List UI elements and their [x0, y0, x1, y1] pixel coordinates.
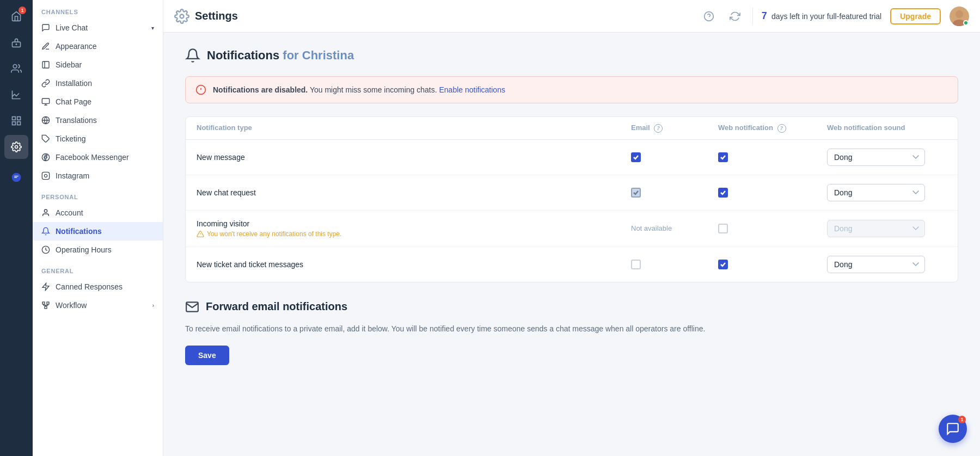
- sound-select[interactable]: Dong Ding None: [827, 256, 925, 273]
- online-status-dot: [963, 20, 969, 26]
- svg-rect-21: [45, 306, 47, 309]
- forward-section-title: Forward email notifications: [206, 300, 347, 313]
- sound-select[interactable]: Dong Ding None: [827, 184, 925, 201]
- alert-circle-icon: [195, 84, 206, 95]
- chat-bubble-badge: 1: [958, 416, 966, 423]
- sound-select[interactable]: Dong Ding None: [827, 149, 925, 166]
- sound-select-disabled[interactable]: Dong: [827, 220, 925, 237]
- sidebar-item-label: Operating Hours: [56, 245, 112, 254]
- sidebar-item-ticketing[interactable]: Ticketing: [33, 130, 163, 148]
- sidebar-item-appearance[interactable]: Appearance: [33, 37, 163, 56]
- home-badge: 1: [19, 7, 26, 14]
- top-header: Settings 7 days left in your full-featur…: [163, 0, 980, 33]
- sidebar-item-label: Facebook Messenger: [56, 153, 129, 162]
- email-checkbox-cell: [631, 188, 718, 198]
- col-sound-header: Web notification sound: [827, 124, 947, 133]
- chat-bubble-button[interactable]: 1: [939, 415, 967, 443]
- enable-notifications-link[interactable]: Enable notifications: [439, 85, 505, 94]
- sidebar-item-live-chat[interactable]: Live Chat ▾: [33, 19, 163, 37]
- chat-bubble-icon: [946, 422, 960, 436]
- sidebar-item-facebook[interactable]: Facebook Messenger: [33, 148, 163, 167]
- sidebar-item-operating-hours[interactable]: Operating Hours: [33, 241, 163, 259]
- page-title-bell-icon: [185, 48, 200, 63]
- nav-bot-btn[interactable]: [4, 30, 28, 54]
- not-available-label: Not available: [631, 224, 672, 232]
- sidebar-item-notifications[interactable]: Notifications: [33, 222, 163, 241]
- nav-home-btn[interactable]: 1: [4, 4, 28, 28]
- web-checkbox-cell: [718, 152, 827, 162]
- web-checkbox[interactable]: [718, 152, 728, 162]
- page-title-suffix: for Christina: [283, 48, 354, 62]
- svg-point-16: [44, 209, 47, 212]
- svg-point-26: [955, 10, 963, 18]
- email-info-icon[interactable]: ?: [654, 124, 663, 133]
- nav-contacts-btn[interactable]: [4, 57, 28, 81]
- sidebar-item-chat-page[interactable]: Chat Page: [33, 93, 163, 111]
- sidebar-item-account[interactable]: Account: [33, 204, 163, 222]
- sidebar-item-instagram[interactable]: Instagram: [33, 167, 163, 185]
- sound-select-cell: Dong Ding None: [827, 149, 947, 166]
- email-checkbox[interactable]: [631, 152, 641, 162]
- refresh-btn[interactable]: [726, 8, 744, 25]
- svg-rect-19: [42, 302, 45, 304]
- web-info-icon[interactable]: ?: [777, 124, 786, 133]
- svg-rect-10: [42, 98, 49, 103]
- svg-point-7: [15, 146, 18, 149]
- sidebar-item-translations[interactable]: Translations: [33, 111, 163, 130]
- sidebar-item-label: Account: [56, 208, 83, 217]
- svg-rect-5: [17, 122, 21, 125]
- table-row: New chat request Dong Ding No: [186, 175, 958, 211]
- sidebar-item-label: Notifications: [56, 227, 102, 236]
- sidebar-item-label: Sidebar: [56, 60, 82, 69]
- main-area: Settings 7 days left in your full-featur…: [163, 0, 980, 456]
- notifications-table: Notification type Email ? Web notificati…: [185, 116, 958, 282]
- personal-section-label: PERSONAL: [33, 185, 163, 204]
- nav-chatwoot-btn[interactable]: [4, 165, 28, 189]
- notif-warning: You won't receive any notifications of t…: [197, 230, 631, 238]
- chevron-icon: ▾: [151, 25, 154, 31]
- sidebar-item-workflow[interactable]: Workflow ›: [33, 296, 163, 315]
- save-button[interactable]: Save: [185, 346, 229, 365]
- help-btn[interactable]: [700, 8, 718, 25]
- email-checkbox-unchecked[interactable]: [631, 260, 641, 269]
- notif-type-label: New message: [197, 153, 631, 162]
- svg-rect-4: [17, 117, 21, 120]
- web-checkbox[interactable]: [718, 188, 728, 198]
- channels-section-label: CHANNELS: [33, 0, 163, 19]
- upgrade-button[interactable]: Upgrade: [890, 8, 941, 24]
- not-available-cell: Not available: [631, 224, 718, 232]
- email-checkbox-partial[interactable]: [631, 188, 641, 198]
- web-checkbox-cell: [718, 188, 827, 198]
- sidebar-item-label: Ticketing: [56, 134, 86, 143]
- email-checkbox-wrap: [631, 152, 641, 162]
- header-title: Settings: [195, 10, 238, 22]
- header-icons: 7 days left in your full-featured trial …: [700, 7, 969, 26]
- sidebar-item-canned-responses[interactable]: Canned Responses: [33, 278, 163, 296]
- forward-email-title-row: Forward email notifications: [185, 300, 958, 314]
- sidebar-item-label: Instagram: [56, 171, 89, 180]
- nav-reports-btn[interactable]: [4, 83, 28, 107]
- table-header: Notification type Email ? Web notificati…: [186, 117, 958, 140]
- general-section-label: GENERAL: [33, 259, 163, 278]
- sidebar-item-installation[interactable]: Installation: [33, 74, 163, 93]
- sidebar-item-label: Translations: [56, 116, 97, 125]
- nav-settings-btn[interactable]: [4, 135, 28, 159]
- page-title: Notifications for Christina: [207, 48, 354, 63]
- table-row: New message Dong: [186, 140, 958, 175]
- col-type-header: Notification type: [197, 124, 631, 133]
- sidebar-item-sidebar[interactable]: Sidebar: [33, 56, 163, 74]
- workflow-chevron-icon: ›: [152, 303, 154, 309]
- col-web-header: Web notification ?: [718, 124, 827, 133]
- svg-rect-6: [13, 122, 16, 125]
- nav-apps-btn[interactable]: [4, 109, 28, 133]
- email-checkbox-cell: [631, 152, 718, 162]
- user-avatar-area[interactable]: [950, 7, 969, 26]
- icon-bar: 1: [0, 0, 33, 456]
- web-checkbox-cell: [718, 224, 827, 233]
- web-checkbox[interactable]: [718, 260, 728, 269]
- notif-type-label: New chat request: [197, 188, 631, 197]
- sidebar-item-label: Workflow: [56, 301, 87, 310]
- web-checkbox-unchecked[interactable]: [718, 224, 728, 233]
- notif-type-label: New ticket and ticket messages: [197, 260, 631, 269]
- page-title-row: Notifications for Christina: [185, 48, 958, 63]
